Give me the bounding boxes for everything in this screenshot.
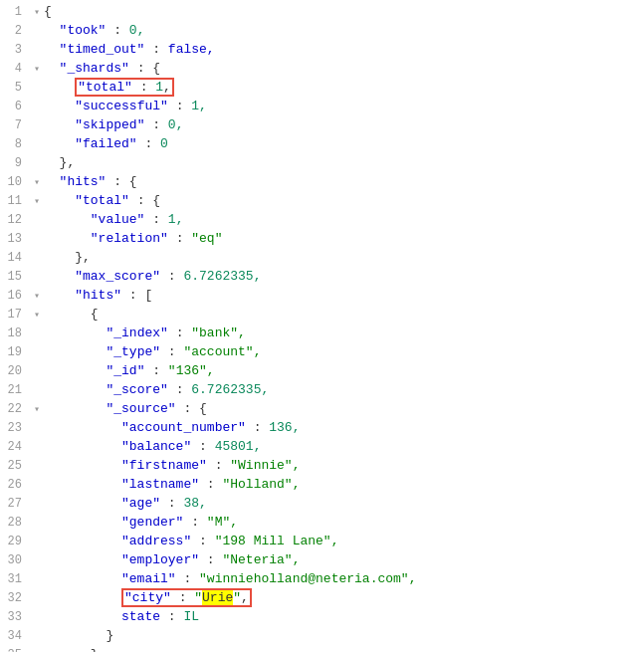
- line-content: "address" : "198 Mill Lane",: [44, 534, 642, 548]
- fold-arrow[interactable]: [30, 480, 44, 491]
- code-line: 29 "address" : "198 Mill Lane",: [0, 534, 644, 552]
- code-line: 14 },: [0, 250, 644, 269]
- code-line: 7 "skipped" : 0,: [0, 117, 644, 136]
- line-number: 31: [2, 572, 30, 586]
- line-content: "hits" : [: [44, 288, 642, 303]
- line-number: 1: [2, 5, 30, 19]
- code-line: 34 }: [0, 628, 644, 647]
- line-number: 21: [2, 383, 30, 397]
- line-content: },: [44, 155, 642, 170]
- fold-arrow[interactable]: [30, 83, 44, 94]
- fold-arrow[interactable]: [30, 593, 44, 604]
- line-number: 26: [2, 478, 30, 492]
- code-line: 3 "timed_out" : false,: [0, 42, 644, 61]
- fold-arrow[interactable]: [30, 461, 44, 472]
- line-content: "_shards" : {: [44, 61, 642, 76]
- fold-arrow[interactable]: [30, 366, 44, 377]
- code-line: 8 "failed" : 0: [0, 136, 644, 155]
- fold-arrow[interactable]: [30, 215, 44, 226]
- fold-arrow[interactable]: [30, 537, 44, 547]
- line-number: 22: [2, 402, 30, 416]
- fold-arrow[interactable]: [30, 158, 44, 169]
- line-number: 2: [2, 24, 30, 38]
- fold-arrow[interactable]: [30, 272, 44, 283]
- fold-arrow[interactable]: [30, 120, 44, 131]
- line-content: "_source" : {: [44, 401, 642, 416]
- line-content: }: [44, 647, 642, 652]
- line-number: 10: [2, 175, 30, 189]
- city-highlight-box: "city" : "Urie",: [121, 588, 252, 607]
- line-content: state : IL: [44, 609, 642, 624]
- line-content: "hits" : {: [44, 174, 642, 189]
- line-number: 35: [2, 648, 30, 652]
- code-line: 5 "total" : 1,: [0, 80, 644, 99]
- code-line: 16▾ "hits" : [: [0, 288, 644, 307]
- highlight-box: "total" : 1,: [75, 78, 174, 97]
- fold-arrow[interactable]: [30, 612, 44, 623]
- fold-arrow[interactable]: [30, 555, 44, 566]
- fold-arrow[interactable]: [30, 442, 44, 453]
- line-content: "email" : "winnieholland@neteria.com",: [44, 571, 642, 586]
- fold-arrow[interactable]: [30, 102, 44, 112]
- fold-arrow[interactable]: [30, 518, 44, 529]
- line-content: "relation" : "eq": [44, 231, 642, 246]
- fold-arrow[interactable]: [30, 385, 44, 396]
- fold-arrow[interactable]: [30, 234, 44, 245]
- line-content: "balance" : 45801,: [44, 439, 642, 454]
- line-number: 5: [2, 81, 30, 95]
- line-content: "total" : 1,: [44, 80, 642, 95]
- fold-arrow[interactable]: [30, 347, 44, 358]
- fold-arrow[interactable]: ▾: [30, 290, 44, 302]
- line-content: "_type" : "account",: [44, 344, 642, 359]
- code-line: 13 "relation" : "eq": [0, 231, 644, 250]
- line-content: "skipped" : 0,: [44, 117, 642, 132]
- line-number: 25: [2, 459, 30, 473]
- fold-arrow[interactable]: ▾: [30, 6, 44, 18]
- line-number: 8: [2, 137, 30, 151]
- code-line: 21 "_score" : 6.7262335,: [0, 382, 644, 401]
- fold-arrow[interactable]: ▾: [30, 403, 44, 415]
- fold-arrow[interactable]: ▾: [30, 63, 44, 75]
- fold-arrow[interactable]: [30, 45, 44, 56]
- code-line: 15 "max_score" : 6.7262335,: [0, 269, 644, 288]
- fold-arrow[interactable]: [30, 499, 44, 510]
- line-number: 14: [2, 251, 30, 265]
- line-number: 18: [2, 326, 30, 340]
- code-line: 2 "took" : 0,: [0, 23, 644, 42]
- fold-arrow[interactable]: ▾: [30, 176, 44, 188]
- line-content: "total" : {: [44, 193, 642, 208]
- fold-arrow[interactable]: [30, 139, 44, 150]
- line-content: "timed_out" : false,: [44, 42, 642, 57]
- code-line: 10▾ "hits" : {: [0, 174, 644, 193]
- fold-arrow[interactable]: [30, 423, 44, 434]
- line-number: 15: [2, 270, 30, 284]
- line-number: 30: [2, 553, 30, 567]
- code-line: 35 }: [0, 647, 644, 652]
- fold-arrow[interactable]: [30, 26, 44, 37]
- line-content: "took" : 0,: [44, 23, 642, 38]
- code-line: 33 state : IL: [0, 609, 644, 628]
- code-line: 30 "employer" : "Neteria",: [0, 552, 644, 571]
- code-line: 27 "age" : 38,: [0, 496, 644, 515]
- line-content: "_index" : "bank",: [44, 326, 642, 340]
- line-number: 17: [2, 308, 30, 322]
- line-number: 6: [2, 100, 30, 113]
- line-number: 19: [2, 345, 30, 359]
- fold-arrow[interactable]: ▾: [30, 309, 44, 321]
- line-number: 32: [2, 591, 30, 605]
- line-number: 13: [2, 232, 30, 246]
- city-value: Urie: [202, 590, 233, 605]
- fold-arrow[interactable]: [30, 328, 44, 339]
- line-number: 9: [2, 156, 30, 170]
- line-content: "account_number" : 136,: [44, 420, 642, 435]
- line-content: "failed" : 0: [44, 136, 642, 151]
- fold-arrow[interactable]: [30, 253, 44, 264]
- line-number: 11: [2, 194, 30, 208]
- fold-arrow[interactable]: [30, 574, 44, 585]
- line-number: 23: [2, 421, 30, 435]
- fold-arrow[interactable]: ▾: [30, 195, 44, 207]
- code-line: 32 "city" : "Urie",: [0, 590, 644, 609]
- line-number: 34: [2, 629, 30, 643]
- fold-arrow[interactable]: [30, 631, 44, 642]
- code-line: 22▾ "_source" : {: [0, 401, 644, 420]
